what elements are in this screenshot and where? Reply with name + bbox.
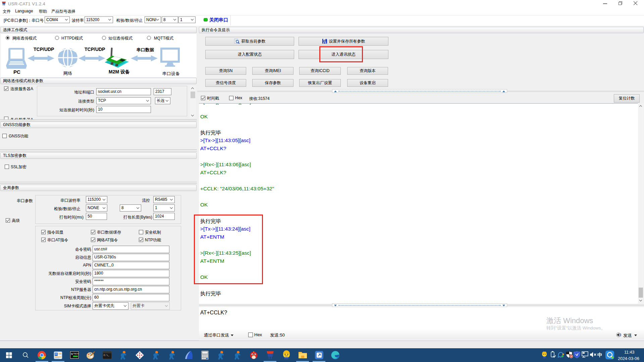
svg-text:TECH: TECH <box>73 353 79 355</box>
svg-text:C:\_: C:\_ <box>104 354 110 357</box>
